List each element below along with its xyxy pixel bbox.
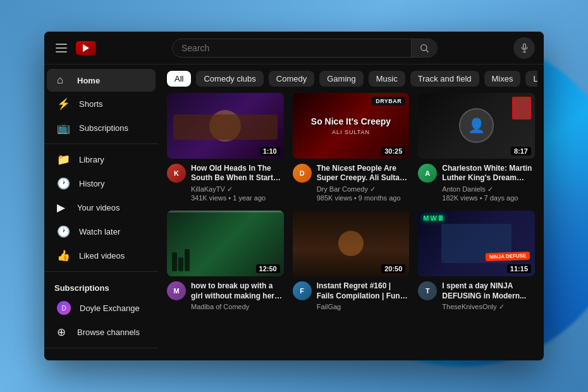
thumbnail-3: 12:50 (167, 211, 284, 276)
sidebar: ⌂ Home ⚡ Shorts 📺 Subscriptions 📁 Librar… (44, 64, 158, 360)
history-icon: 🕐 (57, 177, 70, 190)
video-card-1[interactable]: So Nice It's Creepy ALI SULTAN DRYBAR 30… (293, 93, 410, 202)
sidebar-watch-later-label: Watch later (79, 227, 120, 236)
watch-later-icon: 🕐 (57, 225, 70, 238)
sidebar-explore-section: Explore (44, 352, 158, 360)
video-title-2: Charleston White: Martin Luther King's D… (442, 164, 535, 183)
youtube-logo (76, 41, 96, 55)
search-input[interactable] (173, 39, 411, 57)
chip-track-and-field[interactable]: Track and field (410, 71, 479, 87)
chip-music[interactable]: Music (369, 71, 405, 87)
sidebar-item-shorts[interactable]: ⚡ Shorts (47, 92, 156, 116)
video-info-1: The Nicest People Are Super Creepy. Ali … (317, 164, 410, 202)
browse-channels-icon: ⊕ (57, 326, 68, 339)
channel-avatar-2: A (418, 164, 437, 183)
sidebar-divider-1 (44, 144, 158, 144)
video-meta-5: T I spent a day NINJA DEFUSING in Modern… (418, 281, 535, 312)
sidebar-history-label: History (79, 179, 104, 188)
video-stats-0: 341K views • 1 year ago (191, 194, 284, 202)
video-stats-2: 182K views • 7 days ago (442, 194, 535, 202)
video-channel-4: FailGag (317, 303, 410, 310)
video-title-3: how to break up with a girl without maki… (191, 281, 284, 301)
sidebar-item-watch-later[interactable]: 🕐 Watch later (47, 220, 156, 243)
sidebar-your-videos-label: Your videos (77, 203, 119, 212)
browser-window: ⌂ Home ⚡ Shorts 📺 Subscriptions 📁 Librar… (44, 32, 544, 360)
svg-rect-2 (523, 44, 525, 49)
sidebar-item-liked-videos[interactable]: 👍 Liked videos (47, 244, 156, 267)
sidebar-item-subscriptions[interactable]: 📺 Subscriptions (47, 116, 156, 140)
sidebar-liked-videos-label: Liked videos (79, 251, 125, 260)
hamburger-menu[interactable] (53, 41, 70, 55)
youtube-logo-icon (76, 41, 96, 55)
channel-avatar-3: M (167, 281, 186, 300)
sidebar-shorts-label: Shorts (79, 99, 103, 109)
subscriptions-icon: 📺 (57, 121, 70, 135)
search-bar (172, 39, 438, 58)
drybar-logo-1: DRYBAR (372, 97, 405, 106)
video-info-0: How Old Heads In The South Be When It St… (191, 164, 284, 202)
body: ⌂ Home ⚡ Shorts 📺 Subscriptions 📁 Librar… (44, 64, 544, 360)
channel-avatar-5: T (418, 281, 437, 300)
svg-line-1 (426, 50, 429, 52)
channel-avatar-4: F (293, 281, 312, 300)
video-card-4[interactable]: 20:50 F Instant Regret #160 | Fails Comp… (293, 211, 410, 312)
video-title-4: Instant Regret #160 | Fails Compilation … (317, 281, 410, 301)
video-channel-1: Dry Bar Comedy ✓ (317, 185, 410, 193)
video-meta-4: F Instant Regret #160 | Fails Compilatio… (293, 281, 410, 311)
video-card-0[interactable]: 1:10 K How Old Heads In The South Be Whe… (167, 93, 284, 202)
video-meta-3: M how to break up with a girl without ma… (167, 281, 284, 311)
thumbnail-4: 20:50 (293, 211, 410, 276)
chip-live[interactable]: Live (525, 71, 537, 87)
duration-badge-2: 8:17 (511, 147, 531, 156)
channel-avatar-0: K (167, 164, 186, 183)
sidebar-item-your-videos[interactable]: ▶ Your videos (47, 196, 156, 219)
duration-badge-4: 20:50 (381, 264, 405, 273)
video-card-3[interactable]: 12:50 M how to break up with a girl with… (167, 211, 284, 312)
duration-badge-3: 12:50 (256, 264, 280, 273)
thumbnail-1: So Nice It's Creepy ALI SULTAN DRYBAR 30… (293, 93, 410, 159)
sidebar-home-label: Home (77, 76, 100, 85)
duration-badge-5: 11:15 (507, 264, 531, 273)
search-button[interactable] (411, 39, 437, 57)
mic-button[interactable] (513, 37, 535, 59)
sidebar-divider-2 (44, 271, 158, 272)
chip-mixes[interactable]: Mixes (484, 71, 521, 87)
video-channel-3: Madiba of Comedy (191, 303, 284, 310)
video-meta-0: K How Old Heads In The South Be When It … (167, 164, 284, 202)
header (44, 32, 544, 64)
chip-comedy[interactable]: Comedy (269, 71, 314, 87)
video-info-2: Charleston White: Martin Luther King's D… (442, 164, 535, 202)
video-channel-5: TheseKnivesOnly ✓ (442, 303, 535, 311)
chip-comedy-clubs[interactable]: Comedy clubs (196, 71, 263, 87)
sidebar-doyle-label: Doyle Exchange (80, 303, 140, 313)
doyle-avatar: D (57, 301, 71, 315)
sidebar-item-history[interactable]: 🕐 History (47, 172, 156, 195)
your-videos-icon: ▶ (57, 201, 68, 214)
library-icon: 📁 (57, 153, 70, 166)
sidebar-item-browse-channels[interactable]: ⊕ Browse channels (47, 321, 156, 344)
video-info-3: how to break up with a girl without maki… (191, 281, 284, 311)
sidebar-subscriptions-label: Subscriptions (79, 123, 128, 133)
chip-all[interactable]: All (167, 71, 191, 87)
sidebar-subscriptions-section: Subscriptions (44, 276, 158, 295)
sidebar-item-library[interactable]: 📁 Library (47, 148, 156, 171)
video-meta-1: D The Nicest People Are Super Creepy. Al… (293, 164, 410, 202)
video-meta-2: A Charleston White: Martin Luther King's… (418, 164, 535, 202)
sidebar-item-doyle[interactable]: D Doyle Exchange (47, 296, 156, 320)
thumbnail-2: 👤 8:17 (418, 93, 535, 159)
video-card-5[interactable]: MWⅢ NINJA DEFUSE 11:15 T I spent a day N… (418, 211, 535, 312)
chip-gaming[interactable]: Gaming (319, 71, 364, 87)
video-title-1: The Nicest People Are Super Creepy. Ali … (317, 164, 410, 183)
sidebar-browse-label: Browse channels (77, 328, 140, 337)
video-card-2[interactable]: 👤 8:17 A Charleston White: Martin Luther… (418, 93, 535, 202)
shorts-icon: ⚡ (57, 97, 70, 111)
video-info-4: Instant Regret #160 | Fails Compilation … (317, 281, 410, 311)
duration-badge-1: 30:25 (381, 147, 405, 156)
sidebar-item-home[interactable]: ⌂ Home (47, 69, 156, 92)
filter-bar: All Comedy clubs Comedy Gaming Music Tra… (164, 64, 537, 93)
main-content: All Comedy clubs Comedy Gaming Music Tra… (158, 64, 544, 360)
video-channel-0: KillaKayTV ✓ (191, 185, 284, 193)
video-channel-2: Anton Daniels ✓ (442, 185, 535, 193)
channel-avatar-1: D (293, 164, 312, 183)
thumbnail-0: 1:10 (167, 93, 284, 159)
